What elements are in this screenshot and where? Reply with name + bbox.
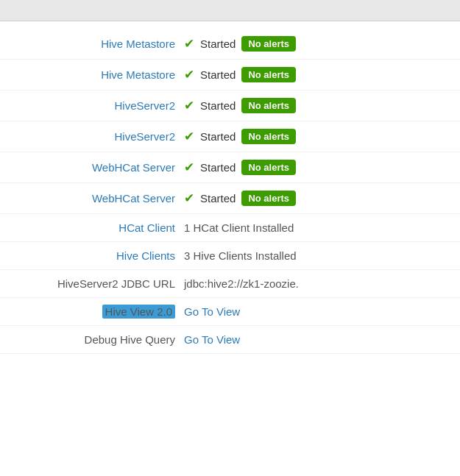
row-label-hiveserver2-2: HiveServer2: [15, 130, 184, 143]
row-value-hiveserver2-2: ✔StartedNo alerts: [184, 129, 445, 144]
no-alerts-badge: No alerts: [241, 191, 296, 206]
row-value-hiveserver2-1: ✔StartedNo alerts: [184, 98, 445, 113]
row-value-hive-metastore-2: ✔StartedNo alerts: [184, 67, 445, 82]
info-text-hive-clients: 3 Hive Clients Installed: [184, 249, 297, 262]
started-text: Started: [200, 192, 236, 205]
row-value-hive-metastore-1: ✔StartedNo alerts: [184, 36, 445, 51]
no-alerts-badge: No alerts: [241, 36, 296, 51]
summary-row: Hive View 2.0Go To View: [0, 298, 460, 326]
info-text-hcat-client: 1 HCat Client Installed: [184, 221, 294, 234]
summary-table: Hive Metastore✔StartedNo alertsHive Meta…: [0, 21, 460, 361]
started-text: Started: [200, 130, 236, 143]
check-icon: ✔: [184, 67, 194, 82]
page-header: [0, 0, 460, 21]
go-to-view-link-hive-view[interactable]: Go To View: [184, 305, 240, 318]
summary-row: Hive Metastore✔StartedNo alerts: [0, 60, 460, 90]
started-text: Started: [200, 68, 236, 81]
summary-row: HCat Client1 HCat Client Installed: [0, 214, 460, 242]
check-icon: ✔: [184, 160, 194, 175]
no-alerts-badge: No alerts: [241, 160, 296, 175]
row-label-debug-hive-query: Debug Hive Query: [15, 333, 184, 346]
check-icon: ✔: [184, 98, 194, 113]
summary-row: HiveServer2✔StartedNo alerts: [0, 121, 460, 152]
started-text: Started: [200, 99, 236, 112]
service-link-hcat-client[interactable]: HCat Client: [118, 221, 175, 234]
summary-row: HiveServer2 JDBC URLjdbc:hive2://zk1-zoo…: [0, 270, 460, 298]
no-alerts-badge: No alerts: [241, 129, 296, 144]
row-label-hcat-client: HCat Client: [15, 221, 184, 234]
no-alerts-badge: No alerts: [241, 67, 296, 82]
row-label-webhcat-server-2: WebHCat Server: [15, 192, 184, 205]
row-value-hcat-client: 1 HCat Client Installed: [184, 221, 445, 234]
row-value-hive-clients: 3 Hive Clients Installed: [184, 249, 445, 262]
started-text: Started: [200, 38, 236, 50]
service-link-hive-metastore-2[interactable]: Hive Metastore: [101, 68, 175, 81]
summary-row: Hive Metastore✔StartedNo alerts: [0, 29, 460, 60]
row-label-hive-clients: Hive Clients: [15, 249, 184, 262]
row-label-webhcat-server-1: WebHCat Server: [15, 161, 184, 174]
go-to-view-link-debug-hive-query[interactable]: Go To View: [184, 333, 240, 346]
no-alerts-badge: No alerts: [241, 98, 296, 113]
service-link-webhcat-server-1[interactable]: WebHCat Server: [92, 161, 175, 174]
row-value-jdbc-url: jdbc:hive2://zk1-zoozie.: [184, 277, 445, 290]
check-icon: ✔: [184, 129, 194, 144]
started-text: Started: [200, 161, 236, 174]
info-text-jdbc-url: jdbc:hive2://zk1-zoozie.: [184, 277, 299, 290]
row-label-text-debug-hive-query: Debug Hive Query: [85, 333, 175, 346]
row-label-jdbc-url: HiveServer2 JDBC URL: [15, 277, 184, 290]
summary-row: Debug Hive QueryGo To View: [0, 326, 460, 354]
service-link-webhcat-server-2[interactable]: WebHCat Server: [92, 192, 175, 205]
row-label-text-jdbc-url: HiveServer2 JDBC URL: [57, 277, 175, 290]
service-link-hiveserver2-2[interactable]: HiveServer2: [114, 130, 175, 143]
hive-view-label: Hive View 2.0: [102, 305, 175, 319]
service-link-hive-clients[interactable]: Hive Clients: [116, 249, 175, 262]
row-value-webhcat-server-1: ✔StartedNo alerts: [184, 160, 445, 175]
summary-row: WebHCat Server✔StartedNo alerts: [0, 183, 460, 214]
row-label-hive-metastore-1: Hive Metastore: [15, 38, 184, 50]
check-icon: ✔: [184, 191, 194, 206]
row-label-hive-view: Hive View 2.0: [15, 305, 184, 318]
check-icon: ✔: [184, 36, 194, 51]
row-value-hive-view: Go To View: [184, 305, 445, 318]
summary-row: Hive Clients3 Hive Clients Installed: [0, 242, 460, 270]
summary-row: WebHCat Server✔StartedNo alerts: [0, 152, 460, 183]
row-label-hive-metastore-2: Hive Metastore: [15, 68, 184, 81]
service-link-hiveserver2-1[interactable]: HiveServer2: [114, 99, 175, 112]
row-value-webhcat-server-2: ✔StartedNo alerts: [184, 191, 445, 206]
summary-row: HiveServer2✔StartedNo alerts: [0, 90, 460, 121]
row-label-hiveserver2-1: HiveServer2: [15, 99, 184, 112]
row-value-debug-hive-query: Go To View: [184, 333, 445, 346]
service-link-hive-metastore-1[interactable]: Hive Metastore: [101, 38, 175, 50]
